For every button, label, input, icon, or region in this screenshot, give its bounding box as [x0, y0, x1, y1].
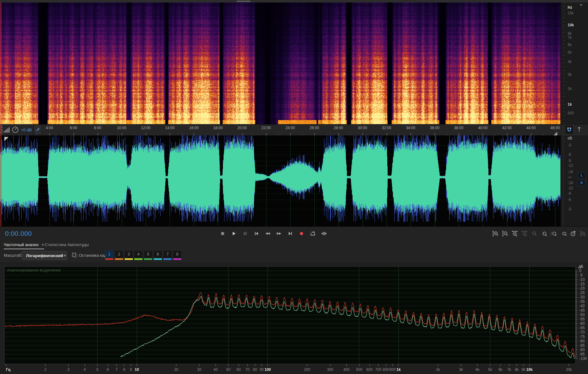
svg-text:50: 50 [226, 367, 230, 372]
timeline-label: 4:00 [46, 126, 53, 130]
panel-resize-triangle-icon[interactable] [554, 132, 557, 135]
timeline-label: 22:00 [261, 126, 271, 130]
scroll-up-arrow-icon[interactable] [580, 4, 583, 6]
stop-button[interactable] [219, 229, 227, 238]
zoom-to-in-point-button[interactable]: 〈 [540, 229, 548, 238]
timeline-label: 8:00 [94, 126, 101, 130]
frequency-analysis-plot[interactable]: Анализированое выделениеГц23456789102030… [0, 262, 588, 374]
timeline-label: 12:00 [141, 126, 150, 130]
tab-amplitude-statistics-label: Статистика Амплитуды [45, 242, 89, 247]
waveform-canvas[interactable] [0, 135, 560, 226]
go-to-start-button[interactable] [252, 229, 260, 238]
timeline-label: 28:00 [334, 126, 343, 130]
frame-hold-button-6[interactable]: 6 [154, 251, 162, 260]
frame-hold-button-1[interactable]: 1 [105, 251, 113, 260]
svg-text:30: 30 [197, 367, 202, 372]
channel-button-k[interactable]: K [578, 180, 585, 186]
db-label: -12 [568, 186, 573, 190]
scale-dropdown[interactable]: Логарифмический ▼ [22, 251, 67, 260]
record-button[interactable] [297, 229, 306, 238]
go-to-end-button[interactable] [286, 229, 294, 238]
playhead[interactable] [1, 3, 1, 226]
timeline-label: 34:00 [406, 126, 415, 130]
svg-text:1k: 1k [396, 367, 401, 372]
svg-text:40: 40 [214, 367, 218, 372]
tab-amplitude-statistics[interactable]: Статистика Амплитуды [45, 242, 89, 247]
db-label: -9 [568, 191, 571, 196]
copy-data-button[interactable] [71, 252, 78, 258]
zoom-in-horizontal-button[interactable] [511, 229, 518, 238]
zoom-in-vertical-button[interactable] [492, 229, 499, 238]
frame-hold-button-4[interactable]: 4 [134, 251, 142, 260]
svg-text:-90: -90 [579, 348, 585, 352]
pin-button[interactable] [575, 125, 583, 134]
svg-text:-75: -75 [579, 334, 585, 339]
chevron-down-icon: ▼ [63, 254, 69, 257]
db-label: -6 [568, 198, 571, 202]
stop-icon [220, 231, 225, 236]
zoom-out-horizontal-button[interactable] [521, 229, 528, 238]
gain-knob-icon[interactable] [12, 126, 19, 134]
svg-text:400: 400 [343, 367, 350, 372]
zoom-full-icon [580, 230, 586, 237]
gain-readout[interactable]: +0 dB [21, 128, 32, 132]
frequency-unit-label: Hz [568, 5, 572, 10]
pause-icon [243, 231, 248, 236]
go-to-start-icon [254, 231, 259, 236]
waveform-corner-fold-icon [4, 137, 8, 141]
fast-forward-icon [276, 231, 282, 236]
frame-hold-button-3[interactable]: 3 [125, 251, 133, 260]
tab-frequency-analysis[interactable]: Частотный анализ≡ [4, 242, 44, 247]
pause-button[interactable] [241, 229, 249, 238]
timeline-label: 32:00 [382, 126, 391, 130]
svg-text:60: 60 [237, 367, 241, 372]
heads-up-gain-control[interactable]: +0 dB [0, 124, 34, 135]
spectrogram-frequency-ruler: Hz 15k10k8k7k6k5k4k3k2k1k500 [560, 3, 588, 124]
svg-text:-35: -35 [579, 299, 585, 304]
channel-button-l[interactable]: L [578, 172, 585, 178]
skip-selection-button[interactable] [320, 229, 328, 238]
frame-hold-button-7[interactable]: 7 [163, 251, 172, 260]
zoom-reset-button[interactable] [530, 229, 538, 238]
spectrogram-canvas[interactable] [0, 3, 560, 124]
zoom-buttons: 〈 〉 〈〉 [492, 229, 586, 238]
frame-hold-number: 5 [144, 251, 152, 258]
zoom-time-button[interactable] [569, 229, 577, 238]
zoom-to-out-point-button[interactable]: 〉 [550, 229, 557, 238]
rewind-button[interactable] [264, 229, 272, 238]
zoom-full-button[interactable] [579, 229, 586, 238]
play-button[interactable] [230, 229, 238, 238]
svg-text:9k: 9k [522, 367, 526, 372]
timer-zoom-icon [570, 230, 576, 237]
snap-toggle-button[interactable] [565, 125, 574, 134]
timeline-label: 26:00 [310, 126, 319, 130]
db-label: -18 [568, 181, 573, 185]
timeline-label: 14:00 [165, 126, 174, 130]
svg-text:7: 7 [116, 367, 118, 372]
frame-hold-button-5[interactable]: 5 [144, 251, 152, 260]
svg-text:-45: -45 [579, 308, 585, 313]
svg-text:5: 5 [96, 367, 99, 372]
frame-hold-button-2[interactable]: 2 [115, 251, 123, 260]
loop-playback-button[interactable] [309, 229, 317, 238]
frequency-label: 15k [568, 11, 574, 15]
frame-hold-color-bar [115, 258, 123, 260]
svg-text:-60: -60 [579, 321, 585, 326]
svg-text:-10: -10 [579, 277, 585, 282]
svg-text:-15: -15 [579, 282, 585, 286]
time-display[interactable]: 0:00.000 [5, 230, 32, 237]
timeline-label: 16:00 [189, 126, 199, 130]
timeline-ruler[interactable]: 2:004:006:008:0010:0012:0014:0016:0018:0… [0, 124, 588, 136]
svg-text:2k: 2k [436, 367, 440, 372]
panel-menu-icon[interactable]: ≡ [42, 242, 44, 247]
top-scrollbar-handle[interactable] [237, 1, 250, 2]
fast-forward-button[interactable] [275, 229, 283, 238]
panel-tabbar: Частотный анализ≡ Статистика Амплитуды [0, 241, 588, 249]
scale-dropdown-value: Логарифмический [22, 253, 63, 258]
frame-hold-button-8[interactable]: 8 [173, 251, 181, 260]
frame-hold-number: 2 [115, 251, 123, 258]
zoom-out-vertical-button[interactable] [501, 229, 509, 238]
skip-selection-icon [321, 231, 327, 236]
zoom-to-selection-button[interactable]: 〈〉 [560, 229, 567, 238]
move-tool-button[interactable] [34, 125, 41, 135]
